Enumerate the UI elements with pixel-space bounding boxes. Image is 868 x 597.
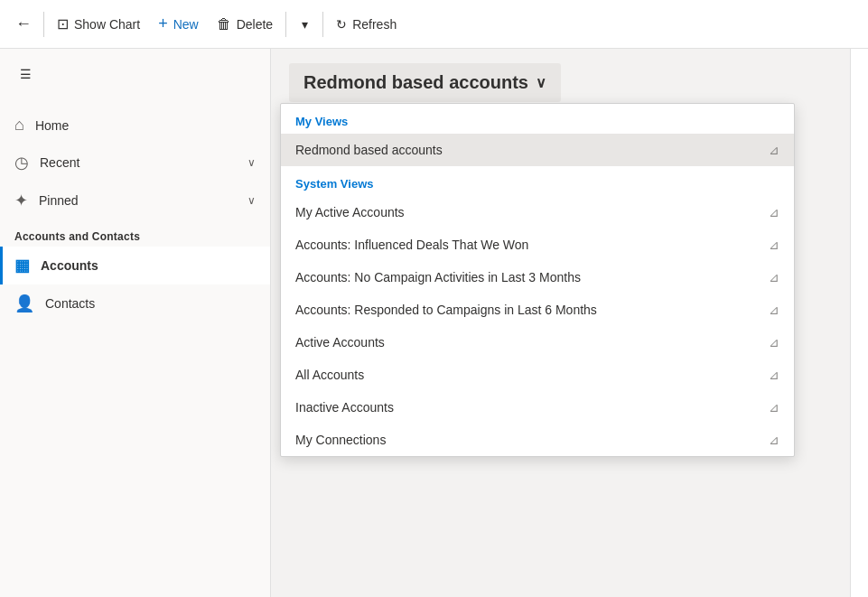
sidebar-item-contacts[interactable]: 👤 Contacts xyxy=(0,285,270,322)
sidebar-section-accounts-contacts: Accounts and Contacts xyxy=(0,219,270,247)
dropdown-item-active-accounts-label: Active Accounts xyxy=(295,335,385,350)
dropdown-item-my-active-accounts-label: My Active Accounts xyxy=(295,205,405,219)
my-views-section-label: My Views xyxy=(281,104,794,134)
current-view-label: Redmond based accounts xyxy=(303,72,528,93)
contacts-icon: 👤 xyxy=(14,294,34,313)
dropdown-item-my-connections[interactable]: My Connections ⊿ xyxy=(281,424,794,456)
pinned-chevron-icon: ∨ xyxy=(247,194,256,207)
pin-active-icon[interactable]: ⊿ xyxy=(769,335,779,350)
hamburger-button[interactable]: ☰ xyxy=(7,52,43,96)
pin-no-campaign-icon[interactable]: ⊿ xyxy=(769,270,779,285)
sidebar-nav: ⌂ Home ◷ Recent ∨ ✦ Pinned ∨ Accounts an… xyxy=(0,99,270,330)
sidebar-item-accounts-label: Accounts xyxy=(41,258,256,273)
pin-influenced-icon[interactable]: ⊿ xyxy=(769,238,779,252)
refresh-button[interactable]: ↻ Refresh xyxy=(327,12,406,37)
toolbar-divider-2 xyxy=(285,12,286,37)
show-chart-label: Show Chart xyxy=(74,17,140,32)
main-layout: ☰ ⌂ Home ◷ Recent ∨ ✦ Pinned ∨ Accounts … xyxy=(0,49,868,597)
toolbar: ← ⊡ Show Chart + New 🗑 Delete ▾ ↻ Refres… xyxy=(0,0,868,49)
pin-connections-icon[interactable]: ⊿ xyxy=(769,433,779,447)
accounts-icon: ▦ xyxy=(14,256,30,275)
view-dropdown: My Views Redmond based accounts ⊿ System… xyxy=(280,103,795,457)
sidebar-item-home-label: Home xyxy=(35,118,256,133)
delete-button[interactable]: 🗑 Delete xyxy=(208,11,282,38)
new-icon: + xyxy=(158,14,168,33)
recent-chevron-icon: ∨ xyxy=(247,156,256,169)
sidebar: ☰ ⌂ Home ◷ Recent ∨ ✦ Pinned ∨ Accounts … xyxy=(0,49,271,597)
sidebar-item-accounts[interactable]: ▦ Accounts xyxy=(0,247,270,285)
dropdown-item-influenced-deals[interactable]: Accounts: Influenced Deals That We Won ⊿ xyxy=(281,229,794,261)
dropdown-item-inactive-accounts-label: Inactive Accounts xyxy=(295,400,394,415)
system-views-section-label: System Views xyxy=(281,166,794,196)
dropdown-chevron-icon: ▾ xyxy=(302,17,308,32)
dropdown-item-responded-campaigns[interactable]: Accounts: Responded to Campaigns in Last… xyxy=(281,294,794,326)
dropdown-item-my-connections-label: My Connections xyxy=(295,433,386,447)
show-chart-button[interactable]: ⊡ Show Chart xyxy=(48,10,149,38)
view-selector-button[interactable]: Redmond based accounts ∨ xyxy=(289,63,561,102)
right-panel xyxy=(850,49,868,597)
delete-label: Delete xyxy=(237,17,273,32)
dropdown-item-all-accounts[interactable]: All Accounts ⊿ xyxy=(281,359,794,391)
sidebar-item-contacts-label: Contacts xyxy=(45,296,256,311)
sidebar-item-home[interactable]: ⌂ Home xyxy=(0,107,270,144)
dropdown-item-no-campaign-label: Accounts: No Campaign Activities in Last… xyxy=(295,270,581,285)
chart-icon: ⊡ xyxy=(57,15,69,33)
dropdown-item-no-campaign[interactable]: Accounts: No Campaign Activities in Last… xyxy=(281,261,794,294)
pin-my-active-icon[interactable]: ⊿ xyxy=(769,205,779,219)
back-icon: ← xyxy=(15,14,32,33)
sidebar-item-pinned[interactable]: ✦ Pinned ∨ xyxy=(0,182,270,219)
dropdown-item-redmond-accounts-label: Redmond based accounts xyxy=(295,143,443,157)
sidebar-item-recent[interactable]: ◷ Recent ∨ xyxy=(0,144,270,182)
pin-all-icon[interactable]: ⊿ xyxy=(769,368,779,382)
toolbar-divider xyxy=(43,12,44,37)
refresh-icon: ↻ xyxy=(336,17,347,32)
dropdown-item-responded-campaigns-label: Accounts: Responded to Campaigns in Last… xyxy=(295,303,597,317)
pin-responded-icon[interactable]: ⊿ xyxy=(769,303,779,317)
home-icon: ⌂ xyxy=(14,116,24,135)
content-area: Redmond based accounts ∨ My Views Redmon… xyxy=(271,49,850,597)
dropdown-item-influenced-deals-label: Accounts: Influenced Deals That We Won xyxy=(295,238,528,252)
pin-redmond-icon[interactable]: ⊿ xyxy=(769,143,779,157)
dropdown-item-my-active-accounts[interactable]: My Active Accounts ⊿ xyxy=(281,196,794,229)
toolbar-divider-3 xyxy=(322,12,323,37)
view-selector-chevron-icon: ∨ xyxy=(536,74,546,91)
dropdown-item-inactive-accounts[interactable]: Inactive Accounts ⊿ xyxy=(281,391,794,424)
hamburger-icon: ☰ xyxy=(20,67,32,81)
back-button[interactable]: ← xyxy=(7,8,40,41)
pinned-icon: ✦ xyxy=(14,191,28,210)
pin-inactive-icon[interactable]: ⊿ xyxy=(769,400,779,415)
recent-icon: ◷ xyxy=(14,153,29,173)
dropdown-item-active-accounts[interactable]: Active Accounts ⊿ xyxy=(281,326,794,359)
new-label: New xyxy=(173,17,199,32)
refresh-label: Refresh xyxy=(352,17,397,32)
dropdown-item-redmond-accounts[interactable]: Redmond based accounts ⊿ xyxy=(281,134,794,166)
dropdown-item-all-accounts-label: All Accounts xyxy=(295,368,364,382)
dropdown-button[interactable]: ▾ xyxy=(290,8,319,41)
sidebar-item-recent-label: Recent xyxy=(40,155,237,170)
sidebar-item-pinned-label: Pinned xyxy=(39,193,237,208)
new-button[interactable]: + New xyxy=(149,9,208,39)
delete-icon: 🗑 xyxy=(217,16,231,33)
